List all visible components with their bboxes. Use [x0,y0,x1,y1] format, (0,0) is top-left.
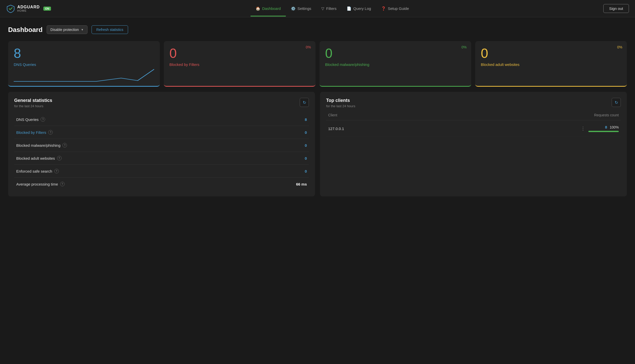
disable-protection-label: Disable protection [50,28,79,32]
top-clients-subtitle: for the last 24 hours [326,104,355,108]
stats-row: Blocked by Filters?0 [14,126,309,139]
stat-card-dns-queries: 8 DNS Queries [8,41,160,87]
help-icon[interactable]: ? [48,130,53,135]
svg-rect-0 [6,4,15,13]
blocked-filters-percent: 0% [306,45,311,49]
help-icon[interactable]: ? [54,169,59,173]
chevron-down-icon: ▼ [81,28,84,31]
client-count-block: 8100% [588,125,619,132]
stats-row: Blocked malware/phishing?0 [14,139,309,152]
clients-column-headers: Client Requests count [326,113,621,120]
stats-row-value: 0 [246,152,309,165]
blocked-adult-label: Blocked adult websites [481,62,621,67]
general-stats-panel: General statistics for the last 24 hours… [8,92,315,196]
help-icon[interactable]: ? [57,156,62,160]
brand-text: ADGUARD HOME [17,5,40,12]
general-stats-header: General statistics for the last 24 hours… [14,98,309,108]
general-stats-subtitle: for the last 24 hours [14,104,52,108]
nav-setup[interactable]: ❓ Setup Guide [376,1,414,16]
nav-settings[interactable]: ⚙️ Settings [286,1,316,16]
filter-icon: ▽ [321,6,324,11]
refresh-statistics-button[interactable]: Refresh statistics [92,25,128,34]
nav-querylog[interactable]: 📄 Query Log [342,1,376,16]
stats-row: DNS Queries?8 [14,113,309,126]
stats-row-label: Blocked by Filters? [16,130,244,135]
brand-name: ADGUARD [17,5,40,9]
top-clients-header: Top clients for the last 24 hours ↻ [326,98,621,108]
blocked-adult-number: 0 [481,47,621,60]
main-content: Dashboard Disable protection ▼ Refresh s… [0,17,635,205]
nav-querylog-label: Query Log [353,6,371,11]
blocked-filters-label: Blocked by Filters [169,62,310,67]
bottom-section: General statistics for the last 24 hours… [8,92,627,196]
stats-row-label: Enforced safe search? [16,169,244,173]
col-client: Client [328,113,337,117]
setup-icon: ❓ [381,6,386,11]
stats-row-label: DNS Queries? [16,117,244,122]
client-ip: 127.0.0.1 [328,126,578,131]
brand-badge: ON [43,7,51,11]
stats-table: DNS Queries?8Blocked by Filters?0Blocked… [14,113,309,190]
stats-row-label: Average processing time? [16,182,244,186]
settings-icon: ⚙️ [291,6,296,11]
disable-protection-button[interactable]: Disable protection ▼ [47,25,87,34]
home-icon: 🏠 [256,6,260,11]
top-clients-title-block: Top clients for the last 24 hours [326,98,355,108]
stats-row: Enforced safe search?0 [14,165,309,178]
client-row: 127.0.0.1⋮8100% [326,120,621,137]
nav-filters[interactable]: ▽ Filters [316,1,342,16]
stat-card-blocked-adult: 0% 0 Blocked adult websites [475,41,627,87]
general-stats-title: General statistics [14,98,52,103]
nav-links: 🏠 Dashboard ⚙️ Settings ▽ Filters 📄 Quer… [61,1,603,16]
nav-setup-label: Setup Guide [388,6,409,11]
help-icon[interactable]: ? [41,117,45,122]
stats-row-label: Blocked adult websites? [16,156,244,160]
top-clients-title: Top clients [326,98,355,103]
general-stats-title-block: General statistics for the last 24 hours [14,98,52,108]
nav-settings-label: Settings [297,6,311,11]
dns-queries-number: 8 [14,47,154,60]
stat-card-blocked-filters: 0% 0 Blocked by Filters [164,41,315,87]
nav-dashboard-label: Dashboard [262,6,281,11]
log-icon: 📄 [347,6,351,11]
general-stats-refresh-button[interactable]: ↻ [300,98,309,107]
top-clients-refresh-button[interactable]: ↻ [612,98,621,107]
adguard-logo [6,4,15,13]
dns-queries-label: DNS Queries [14,62,154,67]
stat-cards: 8 DNS Queries 0% 0 Blocked by Filters 0%… [8,41,627,87]
brand: ADGUARD HOME ON [6,4,51,13]
stat-card-blocked-malware: 0% 0 Blocked malware/phishing [320,41,471,87]
blocked-filters-number: 0 [169,47,310,60]
client-menu-button[interactable]: ⋮ [578,126,588,131]
progress-bar [588,131,619,132]
blocked-malware-number: 0 [325,47,466,60]
blocked-adult-percent: 0% [617,45,622,49]
blocked-malware-label: Blocked malware/phishing [325,62,466,67]
nav-dashboard[interactable]: 🏠 Dashboard [251,1,286,16]
stats-row-value: 0 [246,139,309,152]
stats-row-value: 8 [246,113,309,126]
help-icon[interactable]: ? [62,143,67,148]
stats-row-label: Blocked malware/phishing? [16,143,244,148]
stats-row-value: 0 [246,126,309,139]
page-header: Dashboard Disable protection ▼ Refresh s… [8,25,627,34]
page-title: Dashboard [8,26,43,34]
top-clients-panel: Top clients for the last 24 hours ↻ Clie… [320,92,627,196]
brand-sub: HOME [17,9,40,12]
nav-filters-label: Filters [326,6,337,11]
client-percent: 100% [610,125,619,129]
client-count: 8 [605,125,607,129]
help-icon[interactable]: ? [60,182,65,186]
sign-out-button[interactable]: Sign out [603,4,629,13]
clients-list: 127.0.0.1⋮8100% [326,120,621,137]
stats-row-value: 0 [246,165,309,178]
stats-row: Average processing time?66 ms [14,178,309,191]
navbar: ADGUARD HOME ON 🏠 Dashboard ⚙️ Settings … [0,0,635,17]
col-requests: Requests count [594,113,619,117]
progress-bar-fill [588,131,619,132]
stats-row: Blocked adult websites?0 [14,152,309,165]
stats-row-value: 66 ms [246,178,309,191]
dns-queries-chart [14,69,154,82]
blocked-malware-percent: 0% [462,45,467,49]
